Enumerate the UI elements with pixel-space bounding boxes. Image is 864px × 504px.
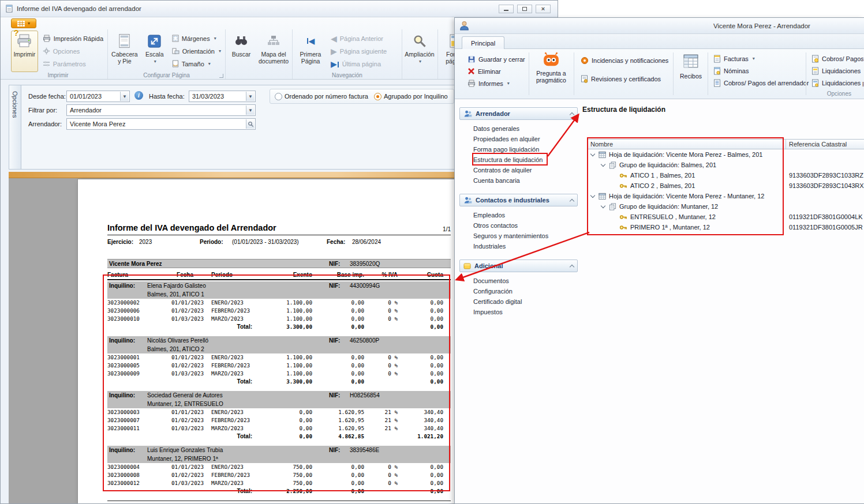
invoice-cell: 0 % — [364, 362, 398, 370]
liquidaciones-para-button[interactable]: Liquidaciones pa — [809, 77, 863, 88]
tree-row[interactable]: Grupo de liquidación: Muntaner, 12 — [588, 201, 864, 212]
buscar-button[interactable]: Buscar — [228, 31, 255, 72]
escala-button[interactable]: Escala ▾ — [142, 31, 167, 72]
close-button[interactable]: × — [536, 5, 551, 13]
radio-ordenado-option[interactable]: Ordenado por número factura — [275, 93, 368, 100]
settlement-icon — [811, 67, 819, 75]
sidebar-item[interactable]: Estructura de liquidación — [459, 155, 578, 165]
incidencias-label: Incidencias y notificaciones — [592, 57, 668, 64]
imprimir-button[interactable]: ? Imprimir — [11, 31, 38, 72]
invoice-cell: 0,00 — [312, 463, 364, 471]
chevron-down-icon[interactable]: ▼ — [246, 92, 255, 101]
tree-expander-icon[interactable] — [601, 161, 605, 166]
dialog-launcher-icon[interactable] — [219, 74, 223, 78]
section-items: EmpleadosOtros contactosSeguros y manten… — [459, 206, 578, 259]
chevron-down-icon[interactable]: ▼ — [120, 92, 129, 101]
pregunta-pragmatico-button[interactable]: Pregunta a pragmático — [532, 52, 570, 84]
nominas-button[interactable]: Nóminas — [711, 65, 811, 76]
sidebar-item[interactable]: Seguros y mantenimientos — [459, 231, 578, 241]
sidebar-item[interactable]: Documentos — [459, 276, 578, 286]
app-menu-button[interactable]: ▾ — [11, 18, 36, 28]
tab-principal[interactable]: Principal — [462, 36, 504, 50]
sidebar-section-header-2[interactable]: Contactos e industriales — [459, 194, 578, 206]
sidebar-section-header-3[interactable]: Adicional — [459, 259, 578, 272]
sidebar-item[interactable]: Forma pago liquidación — [459, 144, 578, 155]
pagina-siguiente-button[interactable]: ▶ Página siguiente — [329, 46, 388, 56]
maximize-button[interactable] — [517, 5, 532, 13]
sidebar-item[interactable]: Contratos de alquiler — [459, 165, 578, 175]
tree-row[interactable]: ENTRESUELO , Muntaner, 120119321DF3801G0… — [588, 212, 864, 222]
invoice-row: 302300001101/03/2023MARZO/20230,001.620,… — [107, 424, 451, 432]
ribbon-group-ampliacion: Ampliación ▾ — [402, 29, 438, 79]
collapse-icon[interactable] — [570, 198, 574, 203]
mapa-documento-button[interactable]: Mapa del documento — [257, 31, 290, 72]
sidebar-item[interactable]: Propiedades en alquiler — [459, 134, 578, 144]
tree-expander-icon[interactable] — [590, 151, 595, 156]
info-icon[interactable] — [134, 91, 143, 100]
sidebar-item[interactable]: Configuración — [459, 286, 578, 296]
tamano-button[interactable]: Tamaño▾ — [170, 59, 223, 69]
collapse-icon[interactable] — [570, 264, 574, 269]
sidebar-item[interactable]: Otros contactos — [459, 220, 578, 231]
invoice-cell: 0,00 — [312, 370, 364, 378]
tree-row[interactable]: Hoja de liquidación: Vicente Mora Perez … — [588, 149, 864, 160]
arrendador-lookup-input[interactable]: Vicente Mora Perez — [66, 118, 256, 130]
revisiones-button[interactable]: Revisiones y certificados — [578, 73, 663, 84]
radio-unselected-icon[interactable] — [275, 93, 282, 100]
tree-expander-icon[interactable] — [601, 203, 605, 208]
collapse-icon[interactable] — [570, 112, 574, 116]
options-panel-tab[interactable]: Opciones — [9, 85, 21, 170]
informes-button[interactable]: Informes ▾ — [465, 78, 528, 89]
orientacion-button[interactable]: Orientación▾ — [170, 46, 223, 56]
tree-row[interactable]: ATICO 2 , Balmes, 2019133603DF2893C1043R… — [588, 180, 864, 191]
radio-selected-icon[interactable] — [374, 93, 381, 100]
sidebar-item[interactable]: Industriales — [459, 241, 578, 251]
tree-row[interactable]: PRIMERO 1ª , Muntaner, 120119321DF3801G0… — [588, 222, 864, 232]
minimize-button[interactable] — [499, 5, 514, 13]
payments-list-icon — [713, 79, 721, 87]
pagina-anterior-button[interactable]: ◀ Página Anterior — [329, 33, 388, 43]
incidencias-button[interactable]: Incidencias y notificaciones — [578, 55, 671, 66]
margenes-button[interactable]: Márgenes▾ — [170, 33, 223, 43]
impresion-rapida-button[interactable]: Impresión Rápida — [41, 33, 105, 43]
desde-fecha-input[interactable]: 01/01/2023 ▼ — [66, 91, 130, 102]
tree-row[interactable]: ATICO 1 , Balmes, 2019133603DF2893C1033R… — [588, 170, 864, 180]
grid-col-nombre[interactable]: Nombre — [588, 140, 786, 149]
radio-agrupado-option[interactable]: Agrupado por Inquilino — [374, 93, 448, 100]
tree-row[interactable]: Hoja de liquidación: Vicente Mora Perez … — [588, 191, 864, 201]
tree-row[interactable]: Grupo de liquidación: Balmes, 201 — [588, 160, 864, 170]
tree-expander-icon[interactable] — [590, 193, 595, 197]
col-base: Base imp. — [312, 272, 364, 278]
cobros-pagos-button[interactable]: Cobros/ Pagos d — [809, 53, 863, 64]
facturas-button[interactable]: Facturas ▾ — [711, 53, 811, 64]
sidebar-item[interactable]: Datos generales — [459, 123, 578, 134]
sidebar-item[interactable]: Cuenta bancaria — [459, 175, 578, 186]
cabecera-pie-button[interactable]: Cabecera y Pie — [110, 31, 139, 72]
lookup-magnifier-icon[interactable] — [246, 119, 255, 129]
recibos-button[interactable]: Recibos — [676, 53, 705, 80]
sidebar-item[interactable]: Certificado digital — [459, 296, 578, 307]
title-bar[interactable]: Informe del IVA devengado del arrendador… — [1, 1, 558, 17]
filtrar-por-select[interactable]: Arrendador ▼ — [66, 104, 256, 116]
cobros-pagos-arrendador-button[interactable]: Cobros/ Pagos del arrendador — [711, 77, 811, 88]
hasta-fecha-input[interactable]: 31/03/2023 ▼ — [189, 91, 256, 102]
title-bar[interactable]: Vicente Mora Perez - Arrendador — [455, 18, 864, 34]
primera-pagina-button[interactable]: ◀ Primera Página — [295, 31, 326, 72]
ultima-pagina-button[interactable]: ▶ Última página — [329, 59, 388, 69]
liquidation-grid: Nombre Referencia Catastral Hoja de liqu… — [588, 139, 864, 232]
invoice-cell: 1.620,95 — [312, 416, 364, 424]
sidebar-section-header-1[interactable]: Arrendador — [459, 107, 578, 120]
ampliacion-button[interactable]: Ampliación ▾ — [405, 31, 435, 72]
chevron-down-icon[interactable]: ▼ — [246, 106, 255, 115]
invoice-cell: 0 % — [364, 479, 398, 487]
opciones-button[interactable]: Opciones — [41, 46, 105, 56]
ribbon-group-configurar-pagina: Cabecera y Pie Escala ▾ Márgenes▾ — [108, 29, 226, 79]
grid-col-referencia[interactable]: Referencia Catastral — [786, 140, 864, 149]
liquidaciones-button[interactable]: Liquidaciones — [809, 65, 863, 76]
sidebar-item[interactable]: Empleados — [459, 210, 578, 220]
people-icon — [463, 110, 472, 118]
eliminar-button[interactable]: Eliminar — [465, 66, 528, 77]
sidebar-item[interactable]: Impuestos — [459, 307, 578, 317]
parametros-button[interactable]: Parámetros — [41, 59, 105, 69]
guardar-cerrar-button[interactable]: Guardar y cerrar — [465, 54, 528, 65]
